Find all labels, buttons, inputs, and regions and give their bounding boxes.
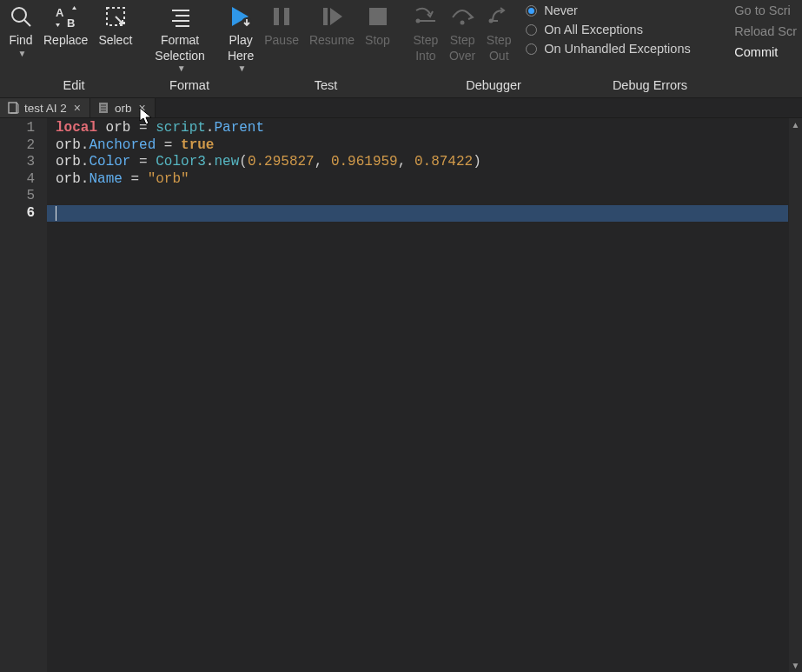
step-over-button[interactable]: Step Over [444, 0, 481, 71]
text-caret [56, 206, 56, 221]
svg-line-1 [24, 20, 30, 26]
format-icon [167, 2, 193, 31]
code-line: orb.Color = Color3.new(0.295827, 0.96195… [56, 154, 802, 171]
script-icon [7, 102, 19, 114]
step-out-button[interactable]: Step Out [481, 0, 517, 71]
resume-label: Resume [309, 33, 355, 49]
svg-rect-11 [284, 8, 289, 25]
close-icon[interactable]: × [72, 101, 83, 115]
code-line: local orb = script.Parent [56, 120, 802, 137]
ribbon-toolbar: Find ▼ A B Replace Select [0, 0, 802, 78]
replace-icon: A B [53, 2, 79, 31]
go-to-script-button[interactable]: Go to Scri [734, 3, 797, 17]
svg-point-16 [461, 21, 465, 25]
format-selection-label: Format Selection [155, 33, 205, 63]
line-number: 3 [0, 154, 35, 171]
step-out-icon [486, 2, 512, 31]
commit-button[interactable]: Commit [734, 45, 797, 59]
group-debugger: Debugger [466, 78, 521, 92]
radio-icon [526, 24, 537, 36]
radio-icon [526, 43, 537, 55]
step-over-label: Step Over [449, 33, 475, 63]
opt-label: On Unhandled Exceptions [544, 42, 690, 56]
svg-point-18 [489, 19, 494, 23]
stop-icon [367, 2, 389, 31]
search-icon [9, 2, 33, 31]
select-label: Select [98, 33, 132, 49]
svg-rect-19 [9, 103, 17, 113]
svg-rect-10 [274, 8, 279, 25]
replace-button[interactable]: A B Replace [38, 0, 93, 71]
find-button[interactable]: Find ▼ [3, 0, 38, 71]
svg-text:A: A [56, 6, 64, 19]
line-number: 2 [0, 137, 35, 155]
step-over-icon [449, 2, 475, 31]
debug-errors-options: Never On All Exceptions On Unhandled Exc… [517, 0, 699, 56]
current-line-highlight [47, 205, 788, 223]
debug-opt-never[interactable]: Never [526, 3, 690, 17]
tab-orb[interactable]: orb × [90, 98, 156, 117]
pause-label: Pause [264, 33, 299, 49]
line-number: 5 [0, 188, 35, 205]
opt-label: On All Exceptions [544, 23, 643, 37]
scroll-down-icon[interactable]: ▼ [789, 659, 802, 672]
step-into-icon [413, 2, 439, 31]
tab-label: test AI 2 [24, 102, 67, 115]
debug-opt-unhandled[interactable]: On Unhandled Exceptions [526, 42, 690, 56]
right-commands: Go to Scri Reload Scr Commit [734, 0, 802, 59]
format-selection-button[interactable]: Format Selection ▼ [149, 0, 210, 75]
scroll-up-icon[interactable]: ▲ [789, 118, 802, 131]
code-line: orb.Name = "orb" [56, 171, 802, 189]
code-line: orb.Anchored = true [56, 137, 802, 155]
line-number: 1 [0, 120, 35, 137]
code-editor[interactable]: 1 2 3 4 5 6 local orb = script.Parent or… [0, 118, 802, 672]
play-here-label: Play Here [228, 33, 254, 63]
code-area[interactable]: local orb = script.Parent orb.Anchored =… [47, 118, 802, 672]
tab-label: orb [115, 102, 132, 115]
pause-button[interactable]: Pause [259, 0, 304, 71]
replace-label: Replace [43, 33, 88, 49]
resume-icon [320, 2, 344, 31]
dropdown-caret-icon: ▼ [238, 63, 247, 75]
radio-icon [526, 5, 537, 17]
find-label: Find [9, 33, 32, 49]
play-icon [228, 2, 254, 31]
svg-point-15 [415, 19, 420, 23]
close-icon[interactable]: × [136, 101, 147, 115]
editor-tabs: test AI 2 × orb × [0, 97, 802, 118]
group-edit: Edit [63, 78, 85, 92]
select-button[interactable]: Select [93, 0, 137, 71]
resume-button[interactable]: Resume [304, 0, 360, 71]
dropdown-caret-icon: ▼ [177, 63, 186, 75]
step-out-label: Step Out [487, 33, 512, 63]
svg-text:B: B [67, 17, 75, 29]
script-icon [97, 102, 109, 114]
ribbon-groups: Edit Format Test Debugger Debug Errors [0, 78, 802, 97]
tab-test-ai-2[interactable]: test AI 2 × [0, 98, 90, 117]
group-test: Test [315, 78, 338, 92]
stop-button[interactable]: Stop [360, 0, 395, 71]
debug-opt-all[interactable]: On All Exceptions [526, 23, 690, 37]
svg-rect-12 [323, 8, 328, 25]
play-here-button[interactable]: Play Here ▼ [222, 0, 259, 75]
svg-rect-13 [369, 8, 387, 25]
select-icon [103, 2, 128, 31]
step-into-label: Step Into [414, 33, 439, 63]
group-format: Format [169, 78, 209, 92]
line-gutter: 1 2 3 4 5 6 [0, 118, 47, 672]
svg-point-0 [12, 8, 26, 22]
line-number: 4 [0, 171, 35, 189]
opt-label: Never [544, 3, 578, 17]
line-number: 6 [0, 205, 35, 223]
dropdown-caret-icon: ▼ [18, 49, 27, 60]
pause-icon [270, 2, 293, 31]
group-debug-errors: Debug Errors [613, 78, 687, 92]
vertical-scrollbar[interactable]: ▲ ▼ [789, 118, 802, 672]
stop-label: Stop [365, 33, 390, 49]
reload-script-button[interactable]: Reload Scr [734, 24, 797, 38]
step-into-button[interactable]: Step Into [408, 0, 444, 71]
code-line [56, 188, 802, 205]
